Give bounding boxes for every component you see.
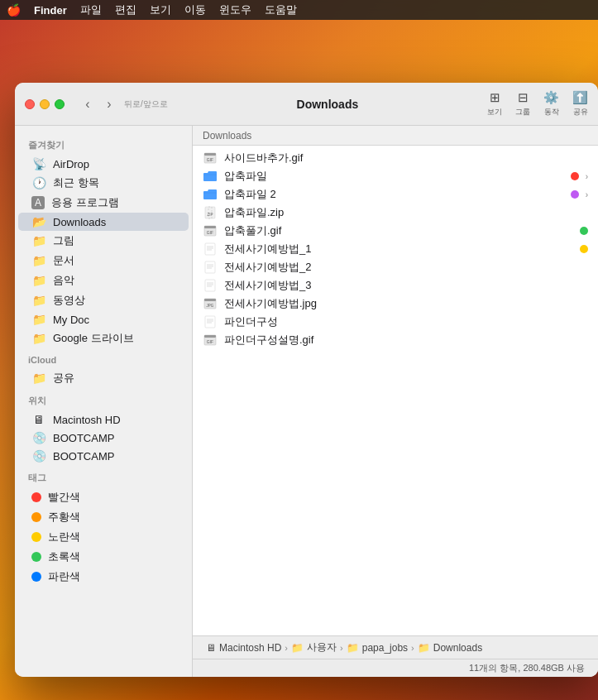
sidebar-item-airdrop[interactable]: 📡 AirDrop <box>18 155 189 173</box>
svg-rect-17 <box>205 280 215 291</box>
fullscreen-button[interactable] <box>55 99 65 109</box>
svg-text:ZIP: ZIP <box>207 213 213 217</box>
group-action[interactable]: ⊟ 그룹 <box>515 90 530 117</box>
menubar-window[interactable]: 윈도우 <box>219 2 251 17</box>
file-list: GIF 사이드바추가.gif 압축파일 › <box>193 146 598 635</box>
breadcrumb-sep-3: › <box>411 643 414 653</box>
breadcrumb-users[interactable]: 📁 사용자 <box>291 640 337 654</box>
minimize-button[interactable] <box>40 99 50 109</box>
file-name-9: 파인더구성 <box>224 314 588 329</box>
sidebar-item-tag-blue[interactable]: 파란색 <box>18 567 189 587</box>
sidebar-item-tag-red[interactable]: 빨간색 <box>18 487 189 507</box>
file-list-header-text: Downloads <box>203 130 251 141</box>
apps-icon: A <box>31 196 45 209</box>
sidebar-item-tag-green[interactable]: 초록색 <box>18 547 189 567</box>
sidebar-item-googledrive-label: Google 드라이브 <box>53 331 134 346</box>
breadcrumb-macintosh-hd-label: Macintosh HD <box>219 642 281 654</box>
file-name-0: 사이드바추가.gif <box>224 151 588 165</box>
sidebar-item-mydoc[interactable]: 📁 My Doc <box>18 310 189 328</box>
sidebar-item-music[interactable]: 📁 음악 <box>18 271 189 290</box>
sidebar-item-tag-green-label: 초록색 <box>48 549 80 564</box>
sidebar-item-pictures-label: 그림 <box>53 233 74 248</box>
apple-menu[interactable]: 🍎 <box>7 3 21 17</box>
file-item-10[interactable]: GIF 파인더구성설명.gif <box>193 331 598 349</box>
sidebar-item-downloads[interactable]: 📂 Downloads <box>18 213 189 231</box>
location-label: 위치 <box>15 388 192 410</box>
breadcrumb-downloads-icon: 📁 <box>418 642 430 654</box>
back-button[interactable]: ‹ <box>78 94 98 114</box>
svg-text:GIF: GIF <box>207 230 213 235</box>
sidebar-item-macintosh-hd[interactable]: 🖥 Macintosh HD <box>18 410 189 429</box>
sidebar-item-tag-yellow[interactable]: 노란색 <box>18 527 189 547</box>
sidebar-item-music-label: 음악 <box>53 273 74 288</box>
file-item-3[interactable]: ZIP 압축파일.zip <box>193 204 598 222</box>
menubar: 🍎 Finder 파일 편집 보기 이동 윈도우 도움말 <box>0 0 598 20</box>
file-item-6[interactable]: 전세사기예방법_2 <box>193 258 598 276</box>
file-item-2[interactable]: 압축파일 2 › <box>193 185 598 204</box>
svg-rect-7 <box>204 226 216 228</box>
menubar-file[interactable]: 파일 <box>80 2 102 17</box>
movies-icon: 📁 <box>31 294 46 307</box>
view-action[interactable]: ⊞ 보기 <box>487 90 502 117</box>
sidebar-item-pictures[interactable]: 📁 그림 <box>18 231 189 251</box>
file-item-1[interactable]: 압축파일 › <box>193 167 598 185</box>
status-bar: 11개의 항목, 280.48GB 사용 <box>193 659 598 677</box>
file-item-5[interactable]: 전세사기예방법_1 <box>193 240 598 258</box>
sidebar-item-recents[interactable]: 🕐 최근 항목 <box>18 173 189 193</box>
share-action[interactable]: ⬆️ 공유 <box>572 90 588 117</box>
close-button[interactable] <box>25 99 35 109</box>
file-item-9[interactable]: 파인더구성 <box>193 313 598 331</box>
file-icon-9 <box>203 314 218 329</box>
sidebar-item-movies[interactable]: 📁 동영상 <box>18 290 189 310</box>
menubar-finder[interactable]: Finder <box>34 4 67 17</box>
action-action[interactable]: ⚙️ 동작 <box>543 90 559 117</box>
file-badge-4 <box>580 227 588 235</box>
svg-text:JPG: JPG <box>207 304 214 308</box>
breadcrumb-macintosh-hd-icon: 🖥 <box>206 642 216 654</box>
sidebar-item-tag-orange[interactable]: 주황색 <box>18 507 189 527</box>
file-item-0[interactable]: GIF 사이드바추가.gif <box>193 149 598 167</box>
breadcrumb-papa-jobs-label: papa_jobs <box>362 642 408 654</box>
sidebar-item-bootcamp2[interactable]: 💿 BOOTCAMP <box>18 447 189 465</box>
menubar-help[interactable]: 도움말 <box>265 2 297 17</box>
icloud-label: iCloud <box>15 348 192 368</box>
recents-icon: 🕐 <box>31 176 46 189</box>
file-name-3: 압축파일.zip <box>224 205 588 220</box>
file-name-5: 전세사기예방법_1 <box>224 242 573 257</box>
breadcrumb-downloads[interactable]: 📁 Downloads <box>418 642 482 654</box>
svg-rect-22 <box>204 299 216 301</box>
toolbar-title: Downloads <box>178 98 477 111</box>
svg-rect-1 <box>204 153 216 156</box>
menubar-view[interactable]: 보기 <box>150 2 171 17</box>
svg-rect-24 <box>205 316 215 328</box>
music-icon: 📁 <box>31 274 46 287</box>
file-icon-5 <box>203 242 218 257</box>
sidebar-item-apps[interactable]: A 응용 프로그램 <box>18 193 189 213</box>
sidebar-item-documents[interactable]: 📁 문서 <box>18 251 189 271</box>
file-icon-0: GIF <box>203 151 218 165</box>
file-item-7[interactable]: 전세사기예방법_3 <box>193 276 598 295</box>
tags-label: 태그 <box>15 465 192 487</box>
file-chevron-2: › <box>586 190 588 199</box>
tag-blue-dot <box>31 572 41 582</box>
googledrive-icon: 📁 <box>31 332 46 345</box>
sidebar-item-tag-orange-label: 주황색 <box>48 510 80 525</box>
forward-button[interactable]: › <box>99 94 119 114</box>
sidebar-item-bootcamp1[interactable]: 💿 BOOTCAMP <box>18 429 189 447</box>
tag-orange-dot <box>31 512 41 522</box>
file-item-4[interactable]: GIF 압축풀기.gif <box>193 222 598 240</box>
breadcrumb-sep-2: › <box>340 643 343 653</box>
menubar-edit[interactable]: 편집 <box>115 2 136 17</box>
sidebar-item-movies-label: 동영상 <box>53 293 85 308</box>
breadcrumb-macintosh-hd[interactable]: 🖥 Macintosh HD <box>206 642 281 654</box>
sidebar-item-googledrive[interactable]: 📁 Google 드라이브 <box>18 328 189 348</box>
file-icon-6 <box>203 260 218 275</box>
menubar-go[interactable]: 이동 <box>184 2 206 17</box>
bootcamp2-icon: 💿 <box>31 449 46 463</box>
breadcrumb-papa-jobs[interactable]: 📁 papa_jobs <box>347 642 408 654</box>
file-icon-10: GIF <box>203 333 218 348</box>
file-name-10: 파인더구성설명.gif <box>224 333 588 348</box>
sidebar-item-icloud-share[interactable]: 📁 공유 <box>18 368 189 388</box>
tag-red-dot <box>31 492 41 502</box>
file-item-8[interactable]: JPG 전세사기예방법.jpg <box>193 295 598 313</box>
